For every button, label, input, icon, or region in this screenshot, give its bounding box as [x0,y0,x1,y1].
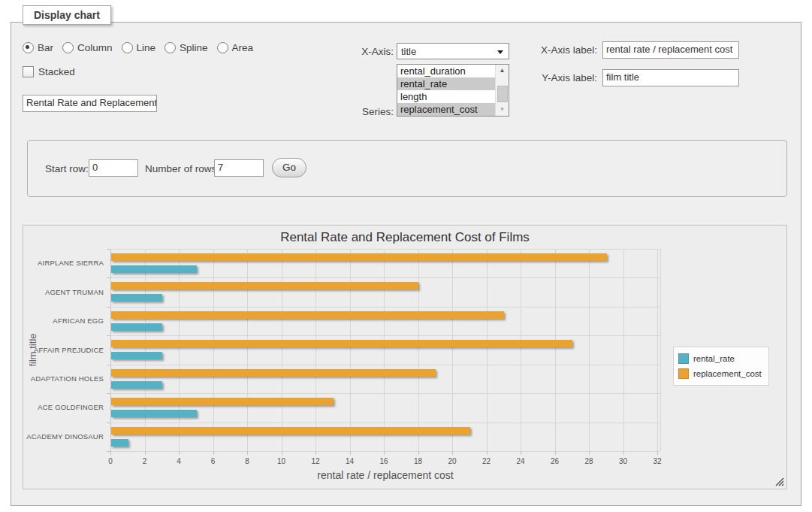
legend-label: replacement_cost [693,369,762,378]
gridline [282,249,282,451]
x-tick-label: 26 [551,457,559,465]
bar-replacement_cost[interactable] [111,253,607,261]
x-tick-label: 4 [177,457,181,465]
stacked-checkbox-row[interactable]: Stacked [23,66,75,77]
x-axis-selected-value: title [401,46,416,57]
resize-handle-icon[interactable] [775,477,784,486]
scrollbar-thumb[interactable] [497,86,508,102]
x-tick-label: 12 [311,457,319,465]
bar-replacement_cost[interactable] [111,311,504,319]
gridline [487,249,488,451]
series-option-rental_rate[interactable]: rental_rate [397,77,496,90]
y-axis-label-input[interactable]: film title [602,69,739,86]
plot-area [110,249,661,451]
x-tick-label: 10 [277,457,285,465]
x-tick [247,451,248,455]
radio-icon[interactable] [62,42,74,53]
number-of-rows-label: Number of rows: [145,163,219,174]
bar-rental_rate[interactable] [111,294,162,301]
gridline [315,249,316,451]
legend-item-rental_rate[interactable]: rental_rate [678,351,762,366]
radio-label: Bar [38,42,53,53]
x-tick-label: 30 [619,457,627,465]
x-axis-select[interactable]: title [397,43,509,59]
gridline [555,249,556,451]
bar-rental_rate[interactable] [111,381,162,389]
y-tick [107,277,110,278]
bar-rental_rate[interactable] [111,439,128,447]
x-tick [452,451,453,455]
y-axis-label-label: Y-Axis label: [542,72,597,83]
start-row-input[interactable]: 0 [89,159,138,177]
gridline [110,365,660,365]
gridline [657,249,658,451]
chart-type-radio-area[interactable]: Area [217,42,254,53]
scroll-down-icon[interactable]: ▼ [496,104,509,116]
chart-title-input[interactable]: Rental Rate and Replacement Cost of Film… [23,95,157,112]
go-button[interactable]: Go [272,158,306,177]
chart-type-radio-bar[interactable]: Bar [23,42,53,53]
chart-title: Rental Rate and Replacement Cost of Film… [23,230,786,245]
gridline [110,393,660,394]
legend-item-replacement_cost[interactable]: replacement_cost [678,366,762,381]
series-option-rental_duration[interactable]: rental_duration [397,65,496,77]
series-option-replacement_cost[interactable]: replacement_cost [397,103,496,116]
x-tick [623,451,624,455]
bar-replacement_cost[interactable] [111,427,470,435]
bar-rental_rate[interactable] [111,323,162,331]
y-tick [107,393,110,394]
category-label: ACE GOLDFINGER [23,403,104,411]
x-tick [589,451,590,455]
radio-icon[interactable] [122,42,133,53]
gridline [418,249,419,451]
y-tick [107,307,110,308]
x-axis-label-input[interactable]: rental rate / replacement cost [602,41,739,59]
bar-rental_rate[interactable] [111,410,197,417]
page: Display chart BarColumnLineSplineArea St… [0,0,812,512]
x-tick [521,451,521,455]
x-tick-label: 32 [653,457,661,465]
x-tick [555,451,556,455]
bar-replacement_cost[interactable] [111,369,436,377]
x-axis-label-label: X-Axis label: [541,44,597,56]
scroll-up-icon[interactable]: ▲ [496,65,509,77]
x-tick-label: 2 [143,457,147,465]
x-tick-label: 20 [448,457,456,465]
gridline [213,249,214,451]
bar-replacement_cost[interactable] [111,340,572,347]
series-multiselect[interactable]: rental_durationrental_ratelengthreplacem… [397,64,509,117]
radio-icon[interactable] [165,42,176,53]
x-tick-label: 18 [414,457,422,465]
bar-replacement_cost[interactable] [111,282,418,289]
radio-icon[interactable] [23,42,34,53]
x-tick [418,451,419,455]
gridline [110,451,660,452]
x-tick-label: 24 [516,457,524,465]
x-tick [350,451,351,455]
x-tick-label: 6 [211,457,216,465]
bar-replacement_cost[interactable] [111,398,334,405]
number-of-rows-input[interactable]: 7 [214,159,264,177]
bar-rental_rate[interactable] [111,265,197,273]
gridline [110,335,660,336]
gridline [145,249,146,451]
legend-label: rental_rate [693,354,735,363]
gridline [521,249,521,451]
stacked-label: Stacked [38,66,75,77]
chart-type-radio-column[interactable]: Column [62,42,113,53]
radio-label: Line [137,42,156,53]
series-option-length[interactable]: length [397,90,496,103]
chart-type-radio-spline[interactable]: Spline [165,42,208,53]
bar-rental_rate[interactable] [111,352,162,359]
x-tick-label: 14 [346,457,354,465]
series-scrollbar[interactable]: ▲ ▼ [495,65,509,116]
stacked-checkbox[interactable] [23,66,34,77]
category-label: AGENT TRUMAN [23,288,104,296]
x-tick-label: 28 [584,457,593,465]
chart-type-radio-line[interactable]: Line [122,42,156,53]
gridline [110,249,660,250]
category-label: AFFAIR PREJUDICE [23,346,104,354]
gridline [179,249,180,451]
radio-icon[interactable] [217,42,228,53]
y-tick [107,249,110,250]
